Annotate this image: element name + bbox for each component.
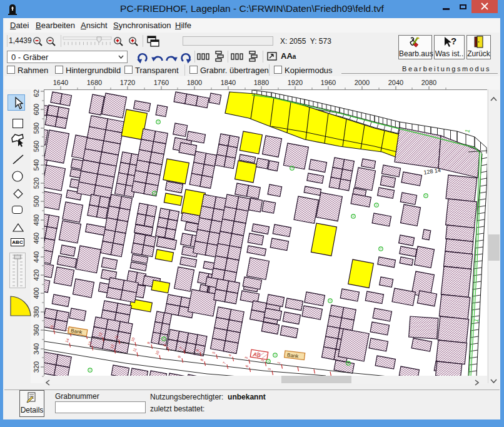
svg-text:5: 5: [267, 367, 271, 371]
svg-text:1920: 1920: [288, 79, 303, 86]
svg-text:?: ?: [451, 36, 456, 46]
svg-text:560: 560: [33, 141, 40, 152]
svg-text:1: 1: [276, 361, 281, 364]
svg-text:1960: 1960: [321, 79, 336, 86]
svg-text:128 14: 128 14: [423, 167, 441, 176]
svg-text:8: 8: [199, 358, 204, 361]
svg-text:400: 400: [33, 288, 40, 299]
svg-text:480: 480: [33, 214, 40, 226]
svg-text:1: 1: [463, 128, 471, 134]
svg-text:10: 10: [130, 336, 136, 342]
svg-text:520: 520: [33, 178, 40, 189]
svg-text:580: 580: [33, 123, 40, 134]
svg-text:14: 14: [64, 338, 70, 343]
svg-text:500: 500: [33, 196, 40, 207]
svg-text:4: 4: [228, 353, 232, 357]
svg-text:2080: 2080: [421, 79, 436, 86]
svg-text:5: 5: [211, 351, 216, 354]
svg-text:AB: AB: [253, 351, 261, 359]
svg-text:360: 360: [33, 324, 40, 336]
svg-text:2000: 2000: [355, 79, 370, 86]
svg-text:9: 9: [177, 354, 181, 358]
svg-text:1880: 1880: [254, 79, 269, 86]
svg-text:1: 1: [472, 318, 480, 323]
svg-text:11: 11: [132, 347, 137, 353]
svg-text:320: 320: [33, 361, 40, 373]
svg-text:460: 460: [33, 233, 40, 244]
svg-text:7: 7: [222, 361, 226, 364]
svg-text:540: 540: [33, 159, 40, 171]
svg-text:Bank: Bank: [71, 328, 83, 335]
svg-text:1800: 1800: [187, 79, 202, 86]
svg-text:1840: 1840: [221, 79, 236, 86]
svg-text:380: 380: [33, 306, 40, 318]
svg-text:1760: 1760: [154, 79, 169, 86]
svg-text:600: 600: [33, 104, 40, 115]
svg-text:440: 440: [33, 251, 40, 263]
svg-text:420: 420: [33, 269, 40, 281]
svg-text:1680: 1680: [87, 79, 102, 86]
svg-text:2040: 2040: [388, 79, 403, 86]
svg-text:1720: 1720: [120, 79, 135, 86]
svg-text:3: 3: [244, 356, 248, 359]
svg-text:9: 9: [146, 341, 151, 344]
svg-text:1640: 1640: [53, 79, 68, 86]
svg-text:620: 620: [33, 89, 40, 97]
svg-text:6: 6: [244, 364, 249, 368]
svg-text:340: 340: [33, 343, 40, 354]
svg-text:10: 10: [154, 349, 160, 355]
